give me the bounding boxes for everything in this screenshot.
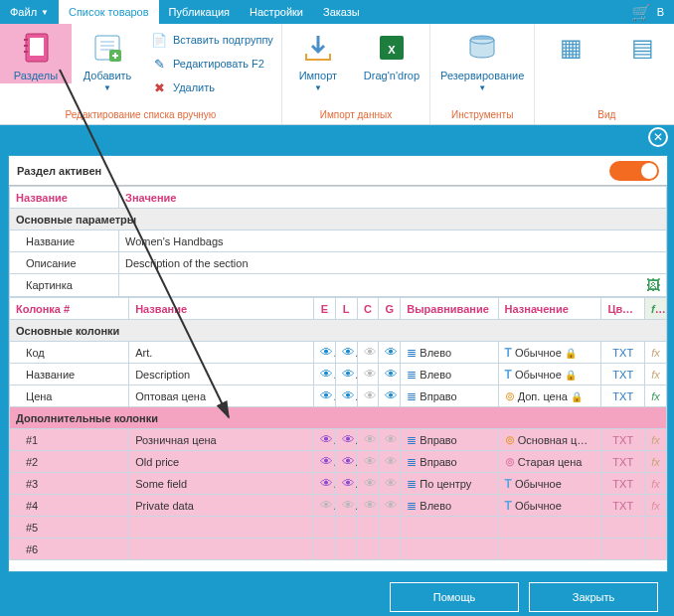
eye-icon[interactable]: 👁 <box>364 498 379 513</box>
eye-icon[interactable]: 👁 <box>320 367 335 382</box>
eye-icon[interactable]: 👁 <box>364 454 379 469</box>
section-active-label: Раздел активен <box>17 165 101 177</box>
col-hdr-name: Название <box>129 298 314 320</box>
eye-icon[interactable]: 👁 <box>385 388 400 403</box>
eye-icon[interactable]: 👁 <box>364 345 379 360</box>
eye-icon[interactable]: 👁 <box>342 367 357 382</box>
eye-icon[interactable]: 👁 <box>320 432 335 447</box>
eye-icon[interactable]: 👁 <box>364 388 379 403</box>
close-button[interactable]: Закрыть <box>529 582 658 612</box>
active-toggle[interactable] <box>609 161 659 181</box>
fx-icon[interactable]: fx <box>651 456 660 468</box>
chevron-down-icon: ▼ <box>41 8 49 17</box>
fx-icon[interactable]: fx <box>651 478 660 490</box>
table-row[interactable]: #1Розничная цена👁👁👁👁≣ Вправо⊚ Основная ц… <box>10 429 667 451</box>
param-desc-value[interactable]: Description of the section <box>119 252 667 274</box>
colors-link[interactable]: TXT <box>612 390 633 402</box>
eye-icon[interactable]: 👁 <box>385 476 400 491</box>
col-hdr-column: Колонка # <box>10 298 129 320</box>
col-hdr-purpose: Назначение <box>498 298 601 320</box>
chevron-down-icon: ▼ <box>478 83 486 92</box>
edit-icon: ✎ <box>151 56 167 72</box>
view-button-2[interactable]: ▤ <box>606 24 674 72</box>
fx-icon[interactable]: fx <box>651 347 660 359</box>
eye-icon[interactable]: 👁 <box>364 432 379 447</box>
colors-link[interactable]: TXT <box>612 347 633 359</box>
table-row[interactable]: #3Some field👁👁👁👁≣ По центруT ОбычноеTXTf… <box>10 473 667 495</box>
cart-area[interactable]: 🛒 В <box>621 0 674 24</box>
eye-icon[interactable]: 👁 <box>320 345 335 360</box>
menu-file-label: Файл <box>10 6 37 18</box>
align-icon: ≣ <box>407 346 417 360</box>
table-row[interactable]: #6 <box>10 539 667 560</box>
menu-orders[interactable]: Заказы <box>313 0 370 24</box>
menu-publish[interactable]: Публикация <box>159 0 240 24</box>
eye-icon[interactable]: 👁 <box>342 476 357 491</box>
eye-icon[interactable]: 👁 <box>342 345 357 360</box>
delete-icon: ✖ <box>151 79 167 95</box>
lock-icon: 🔒 <box>571 391 583 402</box>
menu-orders-label: Заказы <box>323 6 360 18</box>
add-icon <box>89 30 125 66</box>
col-name-header: Название <box>10 187 119 209</box>
table-row[interactable]: #2Old price👁👁👁👁≣ Вправо⊚ Старая ценаTXTf… <box>10 451 667 473</box>
chevron-down-icon: ▼ <box>103 83 111 92</box>
sections-button[interactable]: Разделы <box>0 24 72 83</box>
close-dialog-button[interactable]: ✕ <box>648 127 668 147</box>
eye-icon[interactable]: 👁 <box>385 454 400 469</box>
colors-link[interactable]: TXT <box>612 434 633 446</box>
eye-icon[interactable]: 👁 <box>385 367 400 382</box>
eye-icon[interactable]: 👁 <box>320 454 335 469</box>
image-icon: 🖼 <box>646 277 660 293</box>
fx-icon[interactable]: fx <box>651 500 660 512</box>
table-row[interactable]: КодArt.👁👁🔒👁👁≣ ВлевоT Обычное 🔒TXTfx <box>10 342 667 364</box>
colors-link[interactable]: TXT <box>612 456 633 468</box>
eye-icon[interactable]: 👁 <box>364 476 379 491</box>
eye-icon[interactable]: 👁 <box>364 367 379 382</box>
eye-icon[interactable]: 👁 <box>385 345 400 360</box>
fx-icon[interactable]: fx <box>651 369 660 381</box>
eye-icon[interactable]: 👁 <box>320 498 335 513</box>
coin-icon: ⊚ <box>505 455 515 469</box>
notebook-icon <box>18 30 54 66</box>
import-icon <box>300 30 336 66</box>
col-hdr-l: L <box>335 298 357 320</box>
fx-icon[interactable]: fx <box>651 390 660 402</box>
eye-icon[interactable]: 👁 <box>320 388 335 403</box>
menu-file[interactable]: Файл▼ <box>0 0 59 24</box>
eye-icon[interactable]: 👁 <box>385 498 400 513</box>
eye-icon[interactable]: 👁 <box>385 432 400 447</box>
colors-link[interactable]: TXT <box>612 369 633 381</box>
eye-icon[interactable]: 👁 <box>342 498 357 513</box>
menu-settings[interactable]: Настройки <box>240 0 313 24</box>
param-pic-value[interactable]: 🖼 <box>119 274 667 297</box>
col-hdr-c: C <box>357 298 379 320</box>
param-name-value[interactable]: Women's Handbags <box>119 231 667 252</box>
eye-icon[interactable]: 👁 <box>342 388 357 403</box>
table-row[interactable]: ЦенаОптовая цена👁👁👁👁≣ Вправо⊚ Доп. цена … <box>10 385 667 407</box>
eye-icon[interactable]: 👁 <box>342 454 357 469</box>
text-type-icon: T <box>505 477 512 491</box>
dragdrop-button[interactable]: X Drag'n'drop <box>354 24 429 83</box>
table-row[interactable]: #5 <box>10 517 667 539</box>
add-button[interactable]: Добавить ▼ <box>72 24 143 94</box>
add-label: Добавить <box>84 70 132 81</box>
delete-button[interactable]: ✖Удалить <box>151 77 273 97</box>
eye-icon[interactable]: 👁 <box>320 476 335 491</box>
edit-button[interactable]: ✎Редактировать F2 <box>151 54 273 74</box>
fx-icon[interactable]: fx <box>651 434 660 446</box>
view-button-1[interactable]: ▦ <box>535 24 606 72</box>
menu-list[interactable]: Список товаров <box>59 0 159 24</box>
colors-link[interactable]: TXT <box>612 500 633 512</box>
table-row[interactable]: НазваниеDescription👁👁🔒👁👁≣ ВлевоT Обычное… <box>10 364 667 385</box>
param-pic-key: Картинка <box>10 274 119 297</box>
group-add-cols: Дополнительные колонки <box>10 407 667 429</box>
cart-label: В <box>657 6 664 18</box>
table-row[interactable]: #4Private data👁👁👁👁≣ ВлевоT ОбычноеTXTfx <box>10 495 667 517</box>
backup-button[interactable]: Резервирование ▼ <box>430 24 534 94</box>
colors-link[interactable]: TXT <box>612 478 633 490</box>
import-button[interactable]: Импорт ▼ <box>282 24 354 94</box>
eye-icon[interactable]: 👁 <box>342 432 357 447</box>
help-button[interactable]: Помощь <box>390 582 519 612</box>
insert-subgroup-button[interactable]: 📄Вставить подгруппу <box>151 30 273 50</box>
